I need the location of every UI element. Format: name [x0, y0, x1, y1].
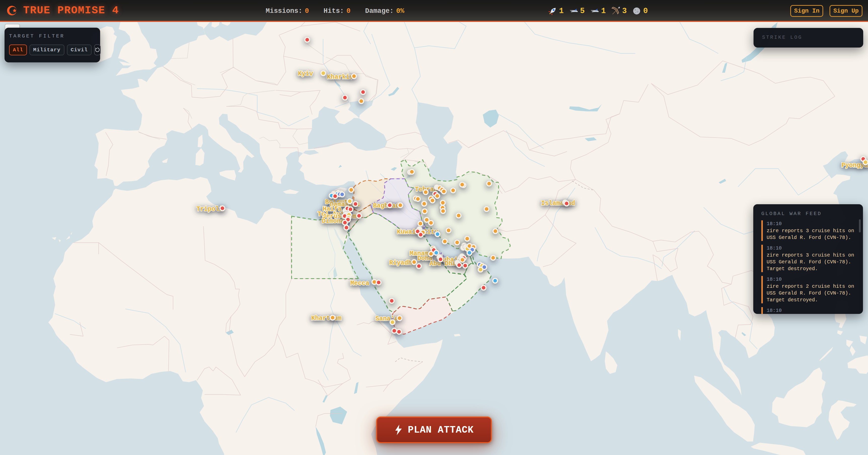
svg-text:Tripoli: Tripoli	[196, 205, 223, 213]
svg-text:Islamabad: Islamabad	[541, 200, 575, 207]
svg-text:Mecca: Mecca	[350, 280, 369, 287]
svg-text:Riyadh: Riyadh	[389, 259, 412, 267]
svg-text:Dimona: Dimona	[322, 218, 344, 225]
svg-text:Khartoum: Khartoum	[311, 315, 341, 322]
svg-text:Kyiv: Kyiv	[298, 70, 313, 77]
svg-text:Kharkiv: Kharkiv	[327, 73, 353, 81]
svg-text:Baghdad: Baghdad	[373, 202, 399, 209]
